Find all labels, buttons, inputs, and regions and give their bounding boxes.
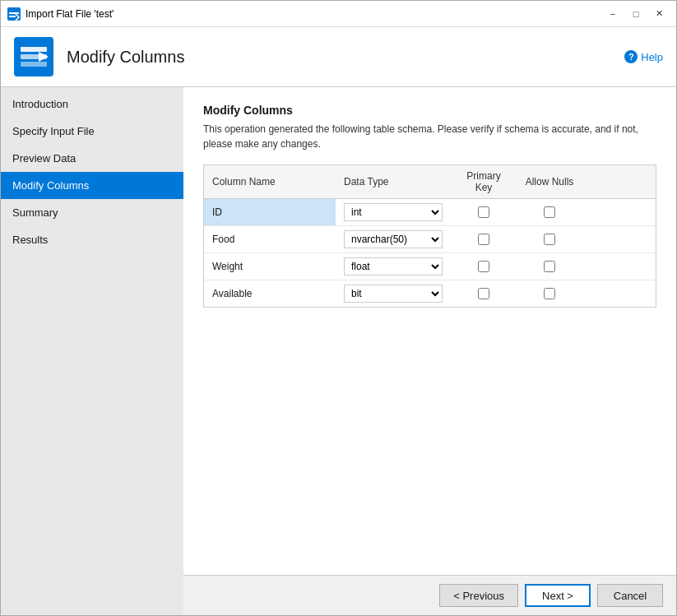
sidebar-item-results[interactable]: Results <box>1 226 183 253</box>
cell-extra-available <box>582 280 656 308</box>
columns-table: Column Name Data Type Primary Key Allow … <box>204 165 656 307</box>
sidebar-item-specify-input-file[interactable]: Specify Input File <box>1 118 183 145</box>
header-allow-nulls: Allow Nulls <box>517 165 582 199</box>
svg-rect-1 <box>9 12 19 14</box>
title-bar-controls: − □ ✕ <box>602 6 670 22</box>
table-row: Available int nvarchar(50) float bit <box>204 280 656 308</box>
sidebar-item-modify-columns[interactable]: Modify Columns <box>1 172 183 199</box>
help-label: Help <box>641 51 663 63</box>
sidebar-item-introduction[interactable]: Introduction <box>1 90 183 118</box>
cell-column-name-available: Available <box>204 280 336 308</box>
checkbox-pk-id[interactable] <box>478 206 489 218</box>
table-header-row: Column Name Data Type Primary Key Allow … <box>204 165 656 199</box>
checkbox-null-food[interactable] <box>544 234 555 245</box>
main-panel: Modify Columns This operation generated … <box>183 87 676 615</box>
sidebar-item-preview-data[interactable]: Preview Data <box>1 145 183 172</box>
checkbox-null-id[interactable] <box>544 206 555 218</box>
title-bar-left: Import Flat File 'test' <box>7 7 114 21</box>
table-row: Weight int nvarchar(50) float bit <box>204 253 656 280</box>
cell-extra-weight <box>582 253 656 280</box>
cell-datatype-available[interactable]: int nvarchar(50) float bit <box>336 280 451 308</box>
dialog-header: Modify Columns ? Help <box>1 27 676 87</box>
header-primary-key: Primary Key <box>451 165 517 199</box>
checkbox-pk-weight[interactable] <box>478 261 489 272</box>
dialog-body: Introduction Specify Input File Preview … <box>1 87 676 615</box>
cell-column-name-id: ID <box>204 199 336 226</box>
header-title: Modify Columns <box>67 48 184 67</box>
title-bar: Import Flat File 'test' − □ ✕ <box>1 1 676 27</box>
cell-datatype-id[interactable]: int nvarchar(50) float bit <box>336 199 451 226</box>
maximize-button[interactable]: □ <box>625 6 647 22</box>
section-title: Modify Columns <box>203 104 656 117</box>
svg-rect-2 <box>9 16 16 17</box>
cancel-button[interactable]: Cancel <box>597 584 663 607</box>
cell-null-available <box>517 280 582 308</box>
columns-table-wrapper: Column Name Data Type Primary Key Allow … <box>203 164 656 308</box>
header-column-name: Column Name <box>204 165 336 199</box>
minimize-button[interactable]: − <box>602 6 624 22</box>
window-title: Import Flat File 'test' <box>26 8 114 20</box>
sidebar-item-summary[interactable]: Summary <box>1 199 183 226</box>
table-row: ID int nvarchar(50) float bit <box>204 199 656 226</box>
checkbox-pk-available[interactable] <box>478 288 489 299</box>
cell-extra-id <box>582 199 656 226</box>
cell-pk-available <box>451 280 517 308</box>
cell-extra-food <box>582 226 656 253</box>
checkbox-null-weight[interactable] <box>544 261 555 272</box>
main-content: Modify Columns This operation generated … <box>183 87 676 575</box>
cell-pk-food <box>451 226 517 253</box>
datatype-select-available[interactable]: int nvarchar(50) float bit <box>344 285 443 303</box>
cell-column-name-weight: Weight <box>204 253 336 280</box>
cell-null-weight <box>517 253 582 280</box>
cell-column-name-food: Food <box>204 226 336 253</box>
cell-datatype-food[interactable]: int nvarchar(50) float bit <box>336 226 451 253</box>
section-description: This operation generated the following t… <box>203 122 656 151</box>
svg-rect-4 <box>21 47 47 52</box>
svg-rect-6 <box>21 62 47 67</box>
cell-datatype-weight[interactable]: int nvarchar(50) float bit <box>336 253 451 280</box>
window: Import Flat File 'test' − □ ✕ Modify Col… <box>0 0 677 616</box>
app-icon <box>7 7 21 21</box>
next-button[interactable]: Next > <box>525 584 591 607</box>
checkbox-null-available[interactable] <box>544 288 555 299</box>
help-icon: ? <box>624 50 638 63</box>
header-extra <box>582 165 656 199</box>
help-link[interactable]: ? Help <box>624 50 663 63</box>
header-data-type: Data Type <box>336 165 451 199</box>
header-icon <box>14 37 53 76</box>
cell-pk-weight <box>451 253 517 280</box>
close-button[interactable]: ✕ <box>648 6 670 22</box>
sidebar: Introduction Specify Input File Preview … <box>1 87 183 615</box>
cell-pk-id <box>451 199 517 226</box>
table-row: Food int nvarchar(50) float bit <box>204 226 656 253</box>
dialog-footer: < Previous Next > Cancel <box>183 575 676 615</box>
checkbox-pk-food[interactable] <box>478 234 489 245</box>
datatype-select-weight[interactable]: int nvarchar(50) float bit <box>344 257 443 276</box>
datatype-select-id[interactable]: int nvarchar(50) float bit <box>344 203 443 221</box>
cell-null-id <box>517 199 582 226</box>
datatype-select-food[interactable]: int nvarchar(50) float bit <box>344 230 443 248</box>
cell-null-food <box>517 226 582 253</box>
previous-button[interactable]: < Previous <box>439 584 518 607</box>
